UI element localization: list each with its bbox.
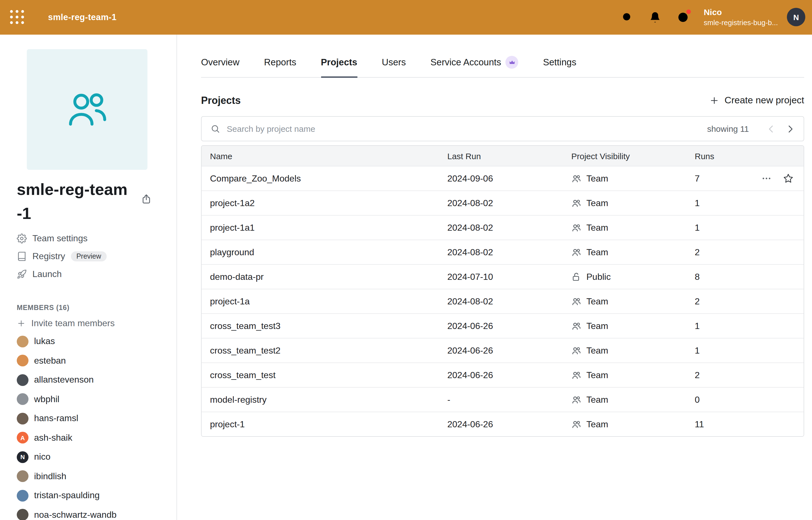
tab-label: Overview [201, 57, 240, 68]
table-row[interactable]: cross_team_test32024-06-26Team1 [202, 313, 804, 338]
visibility-cell: Team [571, 223, 695, 233]
notification-dot [686, 9, 691, 14]
team-name: smle-reg-team-1 [17, 178, 143, 226]
member-name: noa-schwartz-wandb [34, 510, 116, 520]
table-row[interactable]: Compare_Zoo_Models2024-09-06Team7 [202, 166, 804, 190]
table-row[interactable]: project-12024-06-26Team11 [202, 412, 804, 436]
crown-icon [509, 59, 516, 66]
visibility-cell: Team [571, 247, 695, 257]
sidebar-item-team-settings[interactable]: Team settings [17, 233, 165, 243]
project-name-link[interactable]: project-1a2 [210, 198, 447, 208]
avatar: A [17, 432, 28, 443]
create-new-project-button[interactable]: Create new project [709, 95, 804, 106]
member-item-hans-ramsl[interactable]: hans-ramsl [17, 409, 165, 428]
help-icon[interactable] [677, 11, 689, 23]
member-item-allanstevenson[interactable]: allanstevenson [17, 370, 165, 390]
avatar [17, 355, 28, 366]
table-row[interactable]: project-1a12024-08-02Team1 [202, 215, 804, 240]
visibility-cell: Team [571, 395, 695, 405]
member-name: ibindlish [34, 471, 67, 481]
member-item-tristan-spaulding[interactable]: tristan-spaulding [17, 486, 165, 505]
search-icon[interactable] [621, 11, 633, 23]
tab-settings[interactable]: Settings [543, 56, 576, 77]
table-row[interactable]: model-registry-Team0 [202, 387, 804, 412]
team-icon [571, 321, 581, 331]
tab-overview[interactable]: Overview [201, 56, 240, 77]
project-name-link[interactable]: demo-data-pr [210, 272, 447, 282]
avatar[interactable]: N [787, 8, 805, 27]
table-row[interactable]: playground2024-08-02Team2 [202, 240, 804, 264]
column-header-name: Name [210, 151, 447, 161]
column-header-runs: Runs [695, 151, 804, 161]
table-row[interactable]: project-1a22024-08-02Team1 [202, 190, 804, 215]
project-name-link[interactable]: cross_team_test3 [210, 321, 447, 331]
member-item-lukas[interactable]: lukas [17, 332, 165, 351]
chevron-right-icon[interactable] [785, 123, 796, 134]
visibility-cell: Public [571, 272, 695, 282]
registry-icon [17, 251, 27, 261]
team-icon [571, 223, 581, 233]
sidebar-item-launch[interactable]: Launch [17, 269, 165, 279]
visibility-cell: Team [571, 198, 695, 208]
star-icon[interactable] [783, 173, 793, 184]
team-icon [571, 395, 581, 405]
project-name-link[interactable]: playground [210, 247, 447, 257]
tab-service-accounts[interactable]: Service Accounts [430, 56, 519, 77]
search-input[interactable] [226, 124, 707, 134]
runs-count: 1 [695, 223, 700, 233]
visibility-cell: Team [571, 321, 695, 331]
member-item-noa-schwartz-wandb[interactable]: noa-schwartz-wandb [17, 505, 165, 520]
user-menu[interactable]: Nico smle-registries-bug-b... [704, 7, 778, 28]
member-item-wbphil[interactable]: wbphil [17, 390, 165, 409]
runs-count: 2 [695, 296, 700, 306]
table-row[interactable]: cross_team_test2024-06-26Team2 [202, 363, 804, 387]
sidebar-item-registry[interactable]: Registry Preview [17, 251, 165, 261]
last-run-cell: 2024-06-26 [447, 370, 571, 380]
tab-reports[interactable]: Reports [264, 56, 296, 77]
rocket-icon [17, 269, 27, 279]
last-run-cell: 2024-08-02 [447, 296, 571, 306]
table-row[interactable]: cross_team_test22024-06-26Team1 [202, 338, 804, 363]
last-run-cell: 2024-09-06 [447, 174, 571, 183]
sidebar-item-label: Team settings [32, 233, 87, 243]
avatar [17, 490, 28, 501]
runs-count: 1 [695, 321, 700, 331]
avatar [17, 393, 28, 405]
share-icon[interactable] [141, 193, 152, 204]
runs-cell: 1 [695, 345, 804, 356]
team-icon [571, 247, 581, 257]
sidebar: smle-reg-team-1 Team settings Registry P… [0, 35, 177, 520]
member-item-ibindlish[interactable]: ibindlish [17, 467, 165, 486]
member-item-esteban[interactable]: esteban [17, 351, 165, 370]
project-name-link[interactable]: project-1 [210, 419, 447, 429]
member-name: lukas [34, 336, 55, 346]
visibility-label: Team [586, 198, 608, 208]
apps-menu-icon[interactable] [10, 10, 25, 25]
project-name-link[interactable]: model-registry [210, 395, 447, 405]
top-nav-bar: smle-reg-team-1 Nico smle-registries-bug… [0, 0, 812, 35]
tab-users[interactable]: Users [382, 56, 406, 77]
preview-badge: Preview [71, 251, 107, 261]
main-content: OverviewReportsProjectsUsersService Acco… [177, 35, 812, 520]
project-name-link[interactable]: Compare_Zoo_Models [210, 174, 447, 183]
tab-projects[interactable]: Projects [321, 56, 357, 77]
more-options-icon[interactable] [761, 173, 772, 184]
projects-table: Name Last Run Project Visibility Runs Co… [201, 145, 804, 437]
chevron-left-icon[interactable] [766, 123, 777, 134]
project-name-link[interactable]: project-1a1 [210, 223, 447, 233]
last-run-cell: 2024-06-26 [447, 419, 571, 429]
bell-icon[interactable] [649, 11, 661, 23]
member-name: hans-ramsl [34, 413, 78, 423]
member-item-nico[interactable]: Nnico [17, 447, 165, 467]
visibility-label: Team [586, 321, 608, 331]
invite-team-members-button[interactable]: Invite team members [17, 318, 165, 329]
project-name-link[interactable]: project-1a [210, 296, 447, 306]
table-row[interactable]: project-1a2024-08-02Team2 [202, 289, 804, 313]
member-item-ash-shaik[interactable]: Aash-shaik [17, 428, 165, 447]
project-name-link[interactable]: cross_team_test2 [210, 345, 447, 356]
avatar [17, 335, 28, 347]
table-row[interactable]: demo-data-pr2024-07-10Public8 [202, 264, 804, 289]
avatar [17, 470, 28, 482]
visibility-cell: Team [571, 174, 695, 183]
project-name-link[interactable]: cross_team_test [210, 370, 447, 380]
